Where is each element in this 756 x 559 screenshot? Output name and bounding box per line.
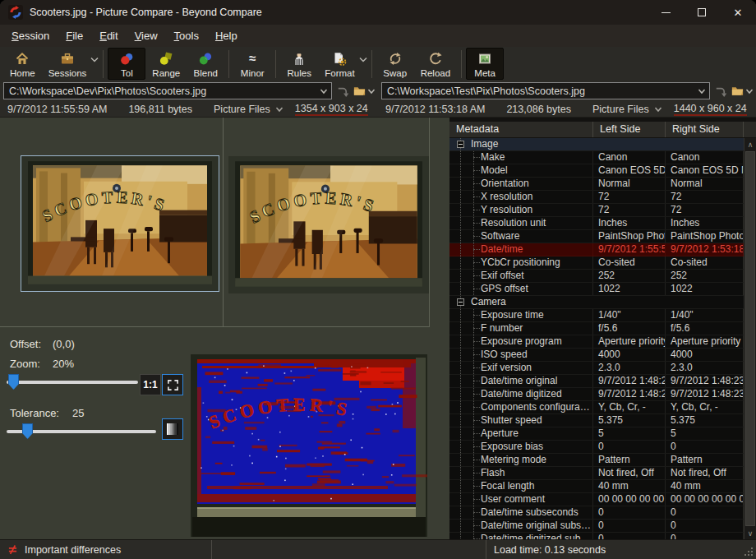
chevron-down-icon[interactable] [320, 88, 328, 95]
zoom-slider[interactable] [7, 374, 138, 390]
metadata-row[interactable]: YCbCr positioningCo-sitedCo-sited [449, 256, 744, 270]
rules-button[interactable]: Rules [280, 48, 318, 80]
metadata-row[interactable]: X resolution7272 [449, 191, 744, 204]
blend-button[interactable]: Blend [187, 48, 224, 80]
chevron-down-icon[interactable] [275, 106, 284, 113]
metadata-row[interactable]: Exposure programAperture priorityApertur… [449, 335, 744, 349]
chevron-down-icon[interactable] [698, 88, 706, 95]
maximize-button[interactable] [684, 0, 720, 25]
left-image[interactable]: SCOOTER'S [21, 155, 219, 292]
metadata-field-name: X resolution [449, 191, 593, 203]
metadata-right-value: Aperture priority [666, 335, 744, 348]
metadata-row[interactable]: Exif version2.3.02.3.0 [449, 362, 744, 375]
collapse-expander-icon[interactable] [457, 298, 464, 306]
sessions-button[interactable]: Sessions [42, 48, 99, 80]
column-header-left-side[interactable]: Left Side [593, 122, 666, 137]
metadata-row[interactable]: F numberf/5.6f/5.6 [449, 322, 744, 335]
metadata-row[interactable]: Date/time digitized subseconds00 [449, 533, 744, 539]
tolerance-display-button[interactable] [162, 418, 183, 440]
right-image[interactable]: SCOOTER'S [228, 156, 429, 293]
metadata-row[interactable]: OrientationNormalNormal [449, 178, 744, 191]
collapse-expander-icon[interactable] [457, 141, 464, 148]
zoom-slider-track[interactable] [7, 381, 138, 384]
minor-button[interactable]: ≈Minor [233, 48, 271, 80]
minimize-button[interactable] [648, 0, 684, 25]
menu-file[interactable]: File [58, 26, 91, 45]
menu-view[interactable]: View [127, 26, 166, 45]
menu-session[interactable]: Session [3, 26, 58, 45]
metadata-left-value: 0 [593, 441, 666, 453]
chevron-down-icon[interactable] [90, 57, 99, 63]
menu-tools[interactable]: Tools [166, 26, 207, 45]
metadata-row[interactable]: FlashNot fired, OffNot fired, Off [449, 467, 744, 480]
metadata-row[interactable]: Exposure time1/40"1/40" [449, 309, 744, 322]
metadata-row[interactable]: ISO speed40004000 [449, 349, 744, 362]
left-path-combobox[interactable]: C:\Workspace\Dev\Pix\Photos\Scooters.jpg [3, 82, 332, 99]
metadata-left-value: 9/7/2012 1:48:23 [593, 388, 666, 400]
metadata-row[interactable]: Components configurationY, Cb, Cr, -Y, C… [449, 401, 744, 414]
metadata-group-row[interactable]: Camera [449, 296, 744, 309]
metadata-row[interactable]: Date/time digitized9/7/2012 1:48:239/7/2… [449, 388, 744, 401]
tolerance-slider-thumb[interactable] [22, 423, 33, 439]
metadata-row[interactable]: Exposure bias00 [449, 441, 744, 454]
column-header-right-side[interactable]: Right Side [666, 122, 744, 137]
metadata-row[interactable]: Shutter speed5.3755.375 [449, 414, 744, 427]
tolerance-slider[interactable] [7, 423, 156, 440]
tolerance-label: Tolerance: [10, 407, 59, 419]
metadata-left-value: Y, Cb, Cr, - [593, 401, 666, 413]
home-button[interactable]: Home [3, 48, 42, 80]
chevron-down-icon[interactable] [359, 57, 367, 63]
metadata-body: ImageMakeCanonCanonModelCanon EOS 5D Mar… [449, 138, 756, 539]
metadata-row[interactable]: GPS offset10221022 [449, 283, 744, 296]
fit-to-window-button[interactable] [162, 374, 183, 395]
metadata-right-value: 40 mm [666, 480, 744, 492]
scroll-down-icon[interactable]: ∨ [744, 527, 756, 539]
metadata-row[interactable]: Focal length40 mm40 mm [449, 480, 744, 493]
menu-help[interactable]: Help [207, 26, 246, 45]
metadata-row[interactable]: User comment00 00 00 00 00 00 0000 00 00… [449, 493, 744, 506]
scrollbar-thumb[interactable] [745, 151, 755, 526]
metadata-row[interactable]: MakeCanonCanon [449, 151, 744, 164]
metadata-row[interactable]: Aperture55 [449, 427, 744, 441]
right-browse-button[interactable] [731, 84, 754, 98]
right-path-combobox[interactable]: C:\Workspace\Test\Pix\Photos\Scooters.jp… [381, 82, 710, 99]
metadata-row[interactable]: Date/time9/7/2012 1:55:599/7/2012 1:53:1… [449, 243, 744, 256]
toolbar-button-label: Swap [383, 68, 407, 78]
metadata-left-value: 72 [593, 191, 666, 203]
menu-edit[interactable]: Edit [91, 26, 126, 45]
tolerance-mode-icon [119, 50, 134, 67]
metadata-row[interactable]: Y resolution7272 [449, 204, 744, 217]
actual-size-button[interactable]: 1:1 [140, 374, 161, 395]
tree-guide [473, 381, 480, 381]
rules-icon [292, 50, 307, 67]
metadata-row[interactable]: Date/time subseconds00 [449, 506, 744, 520]
left-browse-button[interactable] [353, 84, 376, 98]
metadata-scrollbar[interactable]: ∧ ∨ [744, 138, 756, 539]
swap-button[interactable]: Swap [376, 48, 414, 80]
metadata-row[interactable]: Metering modePatternPattern [449, 454, 744, 467]
column-header-metadata[interactable]: Metadata [449, 122, 593, 137]
range-button[interactable]: Range [145, 48, 187, 80]
close-button[interactable]: ✕ [720, 0, 756, 25]
chevron-down-icon[interactable] [654, 106, 662, 113]
zoom-slider-thumb[interactable] [8, 374, 19, 390]
metadata-row[interactable]: Date/time original9/7/2012 1:48:239/7/20… [449, 375, 744, 388]
tol-button[interactable]: Tol [108, 48, 145, 80]
metadata-row[interactable]: Date/time original subseconds00 [449, 520, 744, 533]
metadata-row[interactable]: SoftwarePaintShop PhotoPaintShop Photo [449, 230, 744, 243]
tree-guide [473, 262, 480, 263]
metadata-row[interactable]: ModelCanon EOS 5D MarkCanon EOS 5D Mark [449, 164, 744, 178]
left-file-format-dropdown[interactable]: Picture Files [214, 104, 270, 115]
right-file-format-dropdown[interactable]: Picture Files [592, 104, 649, 115]
reload-button[interactable]: Reload [414, 48, 457, 80]
meta-button[interactable]: Meta [466, 48, 504, 80]
resize-grip[interactable] [751, 554, 753, 556]
metadata-group-row[interactable]: Image [449, 138, 744, 151]
copy-to-side-arrow-icon[interactable] [335, 84, 349, 98]
metadata-row[interactable]: Exif offset252252 [449, 270, 744, 283]
difference-image[interactable]: SCOOTER'S [191, 354, 427, 537]
format-button[interactable]: Format [318, 48, 366, 80]
scroll-up-icon[interactable]: ∧ [744, 138, 756, 150]
copy-to-side-arrow-icon[interactable] [713, 84, 727, 98]
metadata-row[interactable]: Resolution unitInchesInches [449, 217, 744, 230]
